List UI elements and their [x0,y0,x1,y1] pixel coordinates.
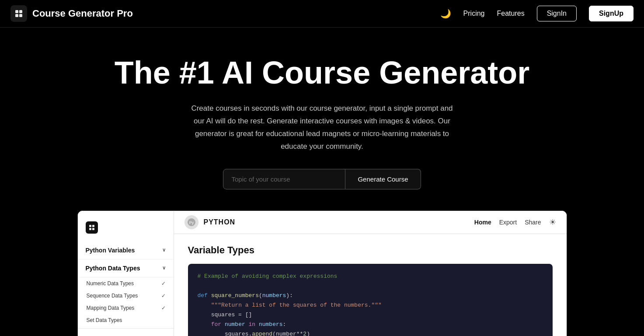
demo-topbar-left: Py PYTHON [184,215,236,229]
subitem-label: Mapping Data Types [87,305,135,311]
subitem-label: Numeric Data Types [87,280,134,287]
svg-rect-6 [89,228,91,230]
code-line-def1: def square_numbers(numbers): [198,291,543,301]
code-line-1: # Example of avoiding complex expression… [198,272,543,281]
demo-sidebar: Python Variables ∨ Python Data Types ∨ N… [78,211,174,336]
share-link[interactable]: Share [525,219,541,226]
brand: Course Generator Pro [10,5,133,22]
code-line-docstring: """Return a list of the squares of the n… [198,301,543,310]
sidebar-item-python-variables[interactable]: Python Variables ∨ [78,242,174,259]
hero-section: The #1 AI Course Generator Create course… [0,28,644,210]
demo-topbar-right: Home Export Share ☀ [474,217,556,227]
code-line-append: squares.append(number**2) [198,329,543,336]
sidebar-subitem-mapping[interactable]: Mapping Data Types ✓ [78,302,174,314]
dark-mode-toggle[interactable]: 🌙 [440,8,451,19]
brand-icon [10,5,27,22]
sidebar-subitem-set[interactable]: Set Data Types [78,314,174,326]
check-icon: ✓ [161,293,166,299]
chevron-down-icon: ∨ [162,265,166,271]
subitem-label: Sequence Data Types [87,293,138,299]
subitem-label: Set Data Types [87,317,122,323]
check-icon: ✓ [161,280,166,287]
sidebar-item-label: Python Data Types [86,265,140,272]
export-link[interactable]: Export [499,219,517,226]
sidebar-section: Python Variables ∨ Python Data Types ∨ N… [78,242,174,336]
svg-rect-0 [15,10,18,13]
sidebar-logo [78,218,174,242]
sidebar-logo-icon [86,221,98,234]
python-logo: Py [184,215,198,229]
svg-rect-2 [15,14,18,17]
hero-subtitle: Create courses in seconds with our cours… [191,102,453,153]
svg-rect-1 [19,10,22,13]
code-block: # Example of avoiding complex expression… [188,264,553,336]
demo-content: Variable Types # Example of avoiding com… [174,234,567,336]
sidebar-item-python-data-types[interactable]: Python Data Types ∨ [78,259,174,277]
code-line-for: for number in numbers: [198,320,543,329]
demo-main: Py PYTHON Home Export Share ☀ Variable T… [174,211,567,336]
sidebar-divider [78,328,174,329]
svg-rect-4 [89,225,91,227]
code-line-squares: squares = [] [198,310,543,320]
navbar: Course Generator Pro 🌙 Pricing Features … [0,0,644,28]
chevron-down-icon: ∨ [162,247,166,253]
features-link[interactable]: Features [497,10,524,18]
demo-window: Python Variables ∨ Python Data Types ∨ N… [77,210,567,336]
code-line-blank [198,281,543,291]
signin-button[interactable]: SignIn [537,6,577,21]
content-title: Variable Types [188,245,553,256]
svg-rect-5 [92,225,94,227]
pricing-link[interactable]: Pricing [463,10,485,18]
sun-icon[interactable]: ☀ [549,217,556,227]
home-link[interactable]: Home [474,219,491,226]
signup-button[interactable]: SignUp [589,6,634,21]
sidebar-item-label: Python Variables [86,247,135,254]
brand-title: Course Generator Pro [32,8,133,19]
svg-text:Py: Py [189,220,194,225]
svg-rect-3 [19,14,22,17]
check-icon: ✓ [161,305,166,311]
hero-input-row: Generate Course [10,169,634,189]
navbar-right: 🌙 Pricing Features SignIn SignUp [440,6,634,21]
sidebar-item-python-operators[interactable]: Python Operators ∨ [78,330,174,336]
hero-title: The #1 AI Course Generator [10,56,634,90]
python-label: PYTHON [204,218,236,226]
sidebar-subitem-numeric[interactable]: Numeric Data Types ✓ [78,277,174,290]
course-topic-input[interactable] [223,169,345,189]
demo-topbar: Py PYTHON Home Export Share ☀ [174,211,567,234]
svg-rect-7 [92,228,94,230]
generate-course-button[interactable]: Generate Course [345,169,421,189]
sidebar-subitem-sequence[interactable]: Sequence Data Types ✓ [78,290,174,302]
